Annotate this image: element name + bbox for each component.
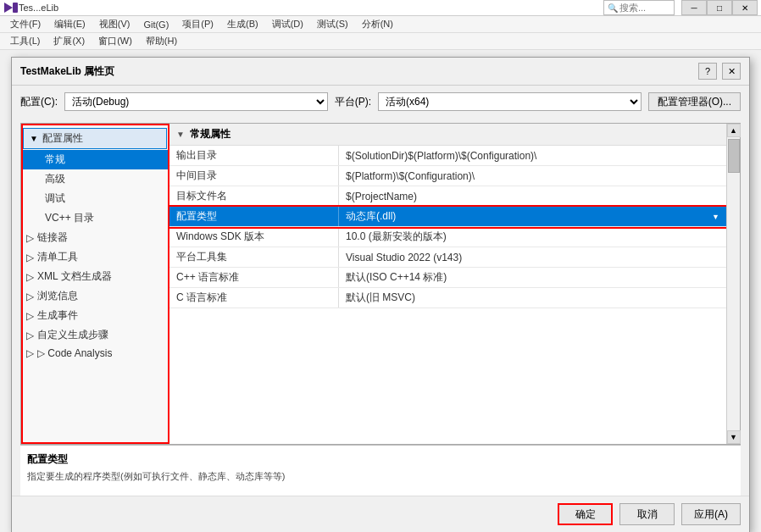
tree-section-header[interactable]: ▼ 配置属性 <box>23 128 167 149</box>
tree-item-advanced[interactable]: 高级 <box>21 169 169 189</box>
menu-help[interactable]: 帮助(H) <box>139 33 184 49</box>
menu-analyze[interactable]: 分析(N) <box>355 16 400 32</box>
dialog-title: TestMakeLib 属性页 <box>20 64 114 79</box>
config-row: 配置(C): 活动(Debug) 平台(P): 活动(x64) 配置管理器(O)… <box>12 86 749 116</box>
tree-item-debug[interactable]: 调试 <box>21 189 169 208</box>
dialog-help-button[interactable]: ? <box>698 63 717 80</box>
desc-panel: 配置类型 指定要生成的程序类型(例如可执行文件、静态库、动态库等等) <box>20 445 741 496</box>
minimize-button[interactable]: ─ <box>681 0 707 15</box>
tree-section-label: 配置属性 <box>42 131 83 146</box>
dialog-close-button[interactable]: ✕ <box>722 63 741 80</box>
config-manager-button[interactable]: 配置管理器(O)... <box>648 92 741 111</box>
prop-section-header: ▼ 常规属性 <box>169 124 726 146</box>
apply-button[interactable]: 应用(A) <box>681 503 741 525</box>
menu-git[interactable]: Git(G) <box>136 18 175 31</box>
maximize-button[interactable]: □ <box>707 0 732 15</box>
cancel-button[interactable]: 取消 <box>619 503 675 525</box>
menu-file[interactable]: 文件(F) <box>3 16 47 32</box>
menu-edit[interactable]: 编辑(E) <box>47 16 92 32</box>
config-label: 配置(C): <box>20 95 58 109</box>
right-panel: ▼ 常规属性 输出目录 $(SolutionDir)$(Platform)\$(… <box>169 124 726 444</box>
menu-extensions[interactable]: 扩展(X) <box>47 33 92 49</box>
prop-row-cpp-standard[interactable]: C++ 语言标准 默认(ISO C++14 标准) <box>169 268 726 288</box>
toolbar2: 工具(L) 扩展(X) 窗口(W) 帮助(H) <box>0 33 761 50</box>
tree-item-manifest[interactable]: ▷ 清单工具 <box>21 247 169 267</box>
menu-debug[interactable]: 调试(D) <box>265 16 310 32</box>
tree-item-browse-info[interactable]: ▷ 浏览信息 <box>21 286 169 306</box>
vs-search-box[interactable]: 🔍 <box>603 0 675 15</box>
xml-expand-icon: ▷ <box>26 271 34 283</box>
linker-expand-icon: ▷ <box>26 232 34 244</box>
prop-row-config-type[interactable]: 配置类型 动态库(.dll) ▼ <box>169 207 726 227</box>
prop-section-title: 常规属性 <box>190 127 231 141</box>
config-select[interactable]: 活动(Debug) <box>64 92 328 111</box>
tree-item-general[interactable]: 常规 <box>21 150 169 169</box>
desc-title: 配置类型 <box>27 452 734 467</box>
svg-marker-0 <box>4 3 13 13</box>
svg-rect-1 <box>13 3 18 13</box>
menu-view[interactable]: 视图(V) <box>92 16 137 32</box>
prop-row-sdk-version[interactable]: Windows SDK 版本 10.0 (最新安装的版本) <box>169 227 726 247</box>
left-panel: ▼ 配置属性 常规 高级 调试 VC++ 目录 <box>21 124 169 444</box>
vs-logo-icon <box>3 0 19 15</box>
scroll-thumb[interactable] <box>728 139 740 173</box>
tree-item-vcpp-dirs[interactable]: VC++ 目录 <box>21 208 169 228</box>
desc-text: 指定要生成的程序类型(例如可执行文件、静态库、动态库等等) <box>27 470 734 483</box>
tree-item-build-events[interactable]: ▷ 生成事件 <box>21 306 169 325</box>
scroll-up-arrow[interactable]: ▲ <box>727 124 741 137</box>
scroll-down-arrow[interactable]: ▼ <box>727 430 741 444</box>
prop-row-output-dir[interactable]: 输出目录 $(SolutionDir)$(Platform)\$(Configu… <box>169 146 726 166</box>
prop-row-target-name[interactable]: 目标文件名 $(ProjectName) <box>169 186 726 207</box>
ok-button[interactable]: 确定 <box>558 503 613 525</box>
menu-build[interactable]: 生成(B) <box>220 16 265 32</box>
close-window-button[interactable]: ✕ <box>732 0 758 15</box>
code-analysis-expand-icon: ▷ <box>26 347 34 359</box>
vs-title: Tes...eLib <box>19 3 58 13</box>
tree-item-code-analysis[interactable]: ▷ ▷ Code Analysis <box>21 345 169 362</box>
menu-tools[interactable]: 工具(L) <box>3 33 47 49</box>
menu-test[interactable]: 测试(S) <box>310 16 355 32</box>
tree-expand-icon: ▼ <box>29 134 39 144</box>
tree-item-custom-build[interactable]: ▷ 自定义生成步骤 <box>21 325 169 345</box>
search-icon: 🔍 <box>608 3 618 13</box>
tree-item-linker[interactable]: ▷ 链接器 <box>21 228 169 247</box>
prop-row-c-standard[interactable]: C 语言标准 默认(旧 MSVC) <box>169 288 726 308</box>
prop-table: 输出目录 $(SolutionDir)$(Platform)\$(Configu… <box>169 146 726 444</box>
tree-item-xml-docgen[interactable]: ▷ XML 文档生成器 <box>21 267 169 286</box>
dialog-buttons: 确定 取消 应用(A) <box>12 496 749 532</box>
title-bar-controls: ─ □ ✕ <box>681 0 758 15</box>
menu-bar: 文件(F) 编辑(E) 视图(V) Git(G) 项目(P) 生成(B) 调试(… <box>0 16 761 33</box>
prop-row-intermediate-dir[interactable]: 中间目录 $(Platform)\$(Configuration)\ <box>169 166 726 186</box>
prop-row-platform-toolset[interactable]: 平台工具集 Visual Studio 2022 (v143) <box>169 247 726 268</box>
properties-dialog: TestMakeLib 属性页 ? ✕ 配置(C): 活动(Debug) 平台(… <box>11 57 750 532</box>
manifest-expand-icon: ▷ <box>26 252 34 263</box>
custom-build-expand-icon: ▷ <box>26 330 34 341</box>
platform-label: 平台(P): <box>335 95 371 109</box>
build-events-expand-icon: ▷ <box>26 310 34 322</box>
main-content: ▼ 配置属性 常规 高级 调试 VC++ 目录 <box>20 123 741 445</box>
dropdown-arrow-icon[interactable]: ▼ <box>712 213 719 221</box>
right-scrollbar[interactable]: ▲ ▼ <box>726 124 740 444</box>
menu-window[interactable]: 窗口(W) <box>92 33 139 49</box>
menu-project[interactable]: 项目(P) <box>175 16 220 32</box>
section-expand-icon: ▼ <box>176 130 185 139</box>
dialog-container: TestMakeLib 属性页 ? ✕ 配置(C): 活动(Debug) 平台(… <box>0 50 761 532</box>
vs-title-bar: Tes...eLib 🔍 ─ □ ✕ <box>0 0 761 16</box>
vs-search-input[interactable] <box>619 3 670 13</box>
platform-select[interactable]: 活动(x64) <box>378 92 642 111</box>
browse-expand-icon: ▷ <box>26 291 34 302</box>
